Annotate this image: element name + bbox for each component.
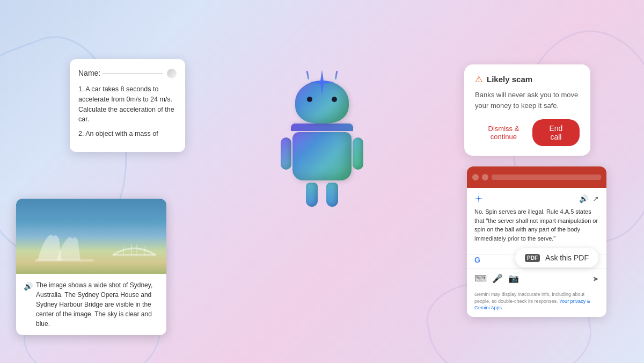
input-icons: ⌨ 🎤 📷	[474, 273, 519, 284]
quiz-name-line: Name:	[78, 68, 177, 79]
gemini-sparkle-icon	[309, 69, 335, 98]
ask-pdf-bar[interactable]: PDF Ask this PDF	[515, 248, 598, 267]
harbour-bridge-silhouette	[113, 239, 156, 260]
mic-icon[interactable]: 🎤	[492, 273, 503, 284]
dismiss-continue-button[interactable]: Dismiss & continue	[475, 122, 532, 143]
chrome-gemini-card: 🔊 ↗ No. Spin serves are illegal. Rule 4.…	[467, 166, 606, 317]
chrome-content: 🔊 ↗ No. Spin serves are illegal. Rule 4.…	[467, 188, 606, 255]
robot-leg-left	[306, 183, 318, 207]
end-call-button[interactable]: End call	[532, 119, 580, 146]
chrome-url-bar	[492, 175, 601, 180]
volume-icon[interactable]: 🔊	[579, 194, 588, 203]
robot-body	[292, 132, 352, 180]
pdf-icon: PDF	[525, 254, 540, 262]
camera-icon[interactable]: 📷	[508, 273, 519, 284]
quiz-question-1: 1. A car takes 8 seconds to accelerate f…	[78, 84, 177, 125]
name-underline	[103, 73, 163, 74]
quiz-card: Name: 1. A car takes 8 seconds to accele…	[70, 59, 185, 152]
sydney-text: The image shows a wide shot of Sydney, A…	[36, 280, 159, 329]
quiz-question-2: 2. An object with a mass of	[78, 129, 177, 139]
svg-rect-1	[113, 254, 156, 256]
open-icon[interactable]: ↗	[592, 194, 599, 203]
robot-arm-left	[281, 137, 291, 170]
warning-triangle-icon: ⚠	[475, 74, 482, 84]
ask-pdf-label: Ask this PDF	[545, 253, 589, 262]
toolbar-icons: 🔊 ↗	[579, 194, 599, 203]
scam-header: ⚠ Likely scam	[475, 74, 580, 84]
chrome-header-bar	[467, 166, 606, 188]
android-robot	[263, 81, 381, 236]
scam-warning-card: ⚠ Likely scam Banks will never ask you t…	[464, 64, 590, 156]
scam-body-text: Banks will never ask you to move your mo…	[475, 90, 580, 111]
gemini-blue-icon	[474, 194, 483, 203]
scam-title: Likely scam	[487, 75, 532, 84]
svg-rect-0	[35, 259, 94, 262]
robot-lid	[291, 124, 353, 131]
chrome-bottom-bar: ⌨ 🎤 📷 ➤	[467, 268, 606, 288]
google-logo-icon: G	[474, 256, 480, 264]
send-icon[interactable]: ➤	[592, 274, 599, 283]
sydney-image	[16, 199, 166, 274]
opera-house-silhouette	[32, 231, 97, 263]
sydney-card: 🔊 The image shows a wide shot of Sydney,…	[16, 199, 166, 335]
ai-response-text: No. Spin serves are illegal. Rule 4.A.5 …	[474, 207, 599, 243]
sydney-caption: 🔊 The image shows a wide shot of Sydney,…	[16, 274, 166, 335]
name-label: Name:	[78, 68, 100, 79]
keyboard-icon[interactable]: ⌨	[474, 273, 487, 284]
main-content: Name: 1. A car takes 8 seconds to accele…	[0, 0, 644, 363]
gemini-disclaimer: Gemini may display inaccurate info, incl…	[467, 288, 606, 317]
chrome-dot-2	[482, 174, 488, 180]
robot-legs	[263, 183, 381, 207]
chrome-toolbar: 🔊 ↗	[474, 194, 599, 203]
chrome-dot-1	[472, 174, 479, 180]
scam-actions: Dismiss & continue End call	[475, 119, 580, 146]
speaker-icon: 🔊	[24, 281, 33, 292]
name-dot	[167, 69, 177, 78]
robot-arm-right	[353, 137, 363, 170]
robot-leg-right	[326, 183, 338, 207]
